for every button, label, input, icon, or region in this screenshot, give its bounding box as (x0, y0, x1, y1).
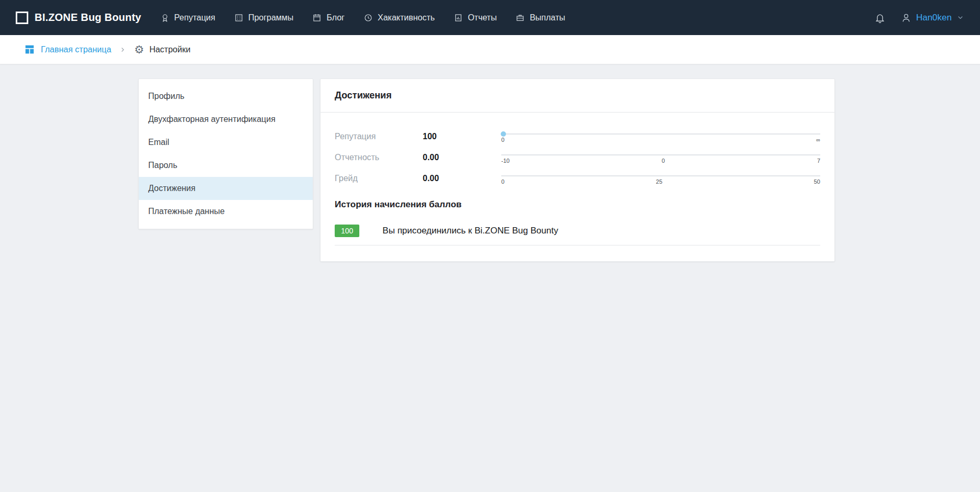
chevron-right-icon (119, 47, 126, 53)
slider-scale: 0 ∞ (501, 137, 820, 143)
chevron-down-icon (956, 14, 964, 21)
briefcase-icon (515, 13, 525, 23)
page-content: Профиль Двухфакторная аутентификация Ema… (0, 64, 980, 492)
achievements-card: Достижения Репутация 100 0 ∞ Отчетность (320, 79, 835, 262)
metric-value: 100 (423, 132, 501, 141)
history-icon (364, 13, 373, 23)
metric-label: Отчетность (335, 153, 423, 162)
slider-scale: -10 0 7 (501, 158, 820, 164)
metric-slider: 0 25 50 (501, 173, 820, 184)
history-entry-text: Вы присоединились к Bi.ZONE Bug Bounty (382, 226, 558, 236)
username: Han0ken (916, 13, 952, 23)
card-title: Достижения (335, 90, 392, 101)
breadcrumb-home-link[interactable]: Главная страница (24, 44, 111, 55)
metric-value: 0.00 (423, 153, 501, 162)
nav-item-label: Отчеты (468, 13, 497, 23)
scale-label-max: 50 (814, 178, 820, 185)
slider-scale: 0 25 50 (501, 178, 820, 185)
nav-item-label: Блог (326, 13, 345, 23)
achievements-card-header: Достижения (321, 79, 834, 113)
scale-label-max: 7 (817, 158, 820, 164)
history-title: История начисления баллов (335, 199, 820, 210)
main-nav: Репутация Программы Блог (160, 13, 565, 23)
report-icon (454, 13, 463, 23)
user-menu[interactable]: Han0ken (901, 13, 964, 23)
metric-slider: -10 0 7 (501, 152, 820, 163)
menu-item-profile[interactable]: Профиль (139, 85, 313, 108)
metric-slider: 0 ∞ (501, 131, 820, 142)
metric-row-grade: Грейд 0.00 0 25 50 (335, 168, 820, 189)
bizone-logo-icon (16, 12, 28, 24)
nav-item-reputation[interactable]: Репутация (160, 13, 215, 23)
navbar-right: Han0ken (875, 13, 964, 23)
nav-item-blog[interactable]: Блог (312, 13, 345, 23)
metric-row-reputation: Репутация 100 0 ∞ (335, 126, 820, 147)
scale-label-min: 0 (501, 137, 504, 143)
scale-label-max: ∞ (816, 137, 820, 143)
metric-label: Грейд (335, 174, 423, 183)
slider-handle (501, 131, 506, 137)
breadcrumb-home-label: Главная страница (41, 45, 111, 54)
metric-label: Репутация (335, 132, 423, 141)
menu-item-achievements[interactable]: Достижения (139, 177, 313, 200)
brand[interactable]: BI.ZONE Bug Bounty (16, 12, 141, 24)
nav-item-payments[interactable]: Выплаты (515, 13, 565, 23)
building-icon (234, 13, 244, 23)
user-icon (901, 13, 911, 23)
brand-name: BI.ZONE Bug Bounty (35, 12, 141, 24)
slider-track (501, 154, 820, 155)
nav-item-hackactivity[interactable]: Хакактивность (364, 13, 435, 23)
menu-item-email[interactable]: Email (139, 131, 313, 154)
award-icon (160, 13, 170, 23)
slider-track (501, 175, 820, 176)
dashboard-grid-icon (24, 44, 35, 55)
scale-label-min: -10 (501, 158, 510, 164)
scale-label-mid: 0 (662, 158, 665, 164)
settings-menu: Профиль Двухфакторная аутентификация Ema… (138, 79, 313, 229)
achievements-card-body: Репутация 100 0 ∞ Отчетность 0.00 (321, 113, 834, 261)
nav-item-label: Хакактивность (378, 13, 435, 23)
gear-icon: ⚙ (134, 44, 144, 55)
history-entry: 100 Вы присоединились к Bi.ZONE Bug Boun… (335, 225, 820, 245)
nav-item-reports[interactable]: Отчеты (454, 13, 497, 23)
scale-label-min: 0 (501, 178, 504, 185)
scale-label-mid: 25 (656, 178, 662, 185)
slider-track (501, 133, 820, 135)
nav-item-label: Репутация (174, 13, 215, 23)
breadcrumb-current-label: Настройки (149, 45, 190, 54)
menu-item-payment-data[interactable]: Платежные данные (139, 200, 313, 223)
nav-item-label: Программы (248, 13, 293, 23)
menu-item-two-factor[interactable]: Двухфакторная аутентификация (139, 108, 313, 131)
nav-item-label: Выплаты (530, 13, 565, 23)
notifications-bell-icon[interactable] (875, 13, 885, 23)
top-navbar: BI.ZONE Bug Bounty Репутация Программы (0, 0, 980, 35)
metric-row-reporting: Отчетность 0.00 -10 0 7 (335, 147, 820, 168)
metric-value: 0.00 (423, 174, 501, 183)
points-badge: 100 (335, 225, 359, 237)
breadcrumb: Главная страница ⚙ Настройки (0, 35, 980, 64)
breadcrumb-current: ⚙ Настройки (134, 44, 190, 55)
calendar-icon (312, 13, 322, 23)
menu-item-password[interactable]: Пароль (139, 154, 313, 177)
nav-item-programs[interactable]: Программы (234, 13, 293, 23)
